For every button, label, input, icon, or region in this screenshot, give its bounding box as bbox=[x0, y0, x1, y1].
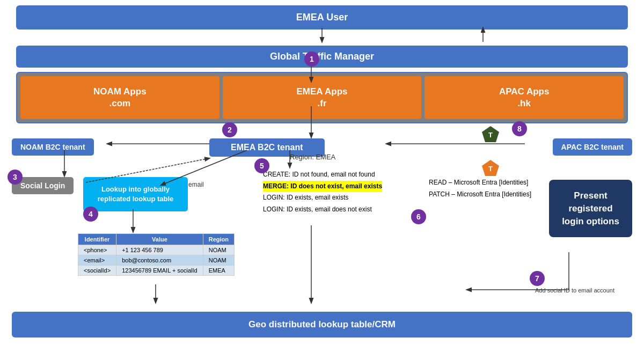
region-label: Region: EMEA bbox=[290, 153, 335, 161]
green-pentagon: T bbox=[481, 125, 500, 146]
step-4-circle: 4 bbox=[83, 207, 98, 222]
orange-pentagon: T bbox=[481, 159, 500, 180]
step-8-circle: 8 bbox=[512, 121, 527, 136]
noam-apps: NOAM Apps.com bbox=[20, 76, 219, 119]
step-3-circle: 3 bbox=[8, 170, 23, 185]
svg-text:T: T bbox=[488, 131, 493, 139]
svg-text:T: T bbox=[488, 165, 493, 173]
table-row: <email> bob@contoso.com NOAM bbox=[78, 255, 235, 266]
table-row: <socialId> 123456789 EMAIL + socialId EM… bbox=[78, 266, 235, 276]
apps-row: NOAM Apps.com EMEA Apps.fr APAC Apps.hk bbox=[16, 72, 628, 123]
step5-item-4: LOGIN: ID exists, email does not exist bbox=[263, 204, 382, 216]
noam-tenant: NOAM B2C tenant bbox=[12, 138, 94, 156]
diagram-container: EMEA User Global Traffic Manager 1 NOAM … bbox=[0, 0, 644, 345]
apac-apps: APAC Apps.hk bbox=[425, 76, 624, 119]
gtm-bar: Global Traffic Manager bbox=[16, 46, 628, 68]
step5-list: CREATE: ID not found, email not found ME… bbox=[263, 169, 382, 215]
step5-item-2: MERGE: ID does not exist, email exists bbox=[263, 181, 382, 193]
col-region: Region bbox=[203, 234, 234, 245]
step6-box: READ – Microsoft Entra [Identities] PATC… bbox=[429, 177, 531, 200]
table-row: <phone> +1 123 456 789 NOAM bbox=[78, 245, 235, 255]
geo-bar: Geo distributed lookup table/CRM bbox=[12, 312, 632, 337]
step-6-circle: 6 bbox=[411, 209, 426, 224]
emea-user-bar: EMEA User bbox=[16, 5, 628, 30]
step6-line-2: PATCH – Microsoft Entra [Identities] bbox=[429, 189, 531, 201]
emea-apps: EMEA Apps.fr bbox=[223, 76, 422, 119]
step-7-circle: 7 bbox=[530, 271, 545, 286]
step5-item-1: CREATE: ID not found, email not found bbox=[263, 169, 382, 181]
step-2-circle: 2 bbox=[222, 122, 237, 137]
step-1-circle: 1 bbox=[304, 52, 319, 67]
lookup-box: Lookup into globallyreplicated lookup ta… bbox=[83, 177, 188, 211]
add-social-label: Add social ID to email account bbox=[535, 287, 614, 293]
step6-line-1: READ – Microsoft Entra [Identities] bbox=[429, 177, 531, 189]
col-identifier: Identifier bbox=[78, 234, 116, 245]
col-value: Value bbox=[116, 234, 203, 245]
lookup-table: Identifier Value Region <phone> +1 123 4… bbox=[78, 233, 235, 276]
present-login-box: Present registered login options bbox=[549, 180, 632, 237]
step-5-circle: 5 bbox=[254, 158, 269, 173]
step5-item-3: LOGIN: ID exists, email exists bbox=[263, 192, 382, 204]
apac-tenant: APAC B2C tenant bbox=[553, 138, 632, 156]
